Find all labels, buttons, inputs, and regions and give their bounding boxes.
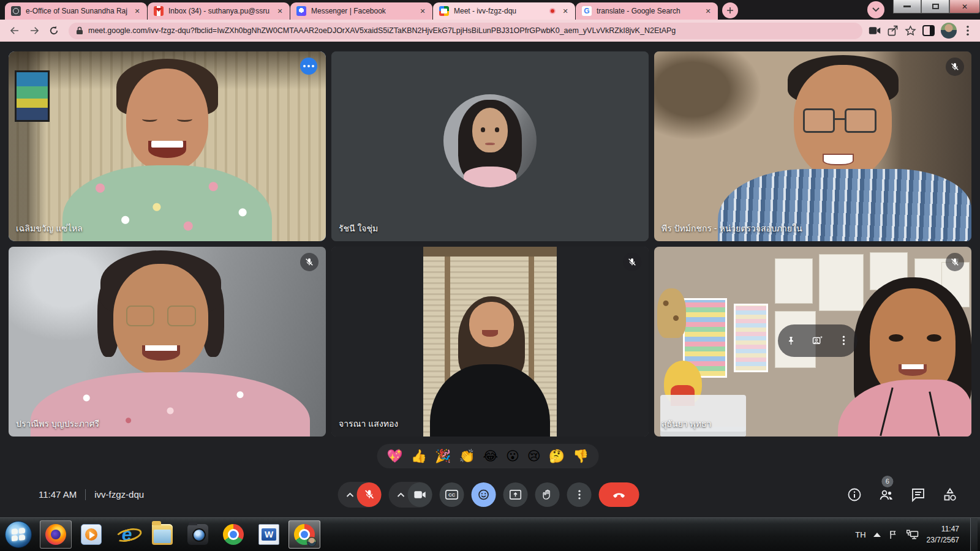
tab-title: translate - Google Search bbox=[597, 7, 698, 15]
taskbar-item-firefox[interactable] bbox=[40, 520, 72, 549]
start-button[interactable] bbox=[5, 521, 32, 548]
reaction-surprised[interactable]: 😮 bbox=[506, 450, 519, 463]
captions-button[interactable]: CC bbox=[440, 482, 464, 507]
tile-options-button[interactable] bbox=[300, 58, 317, 75]
camera-options-chevron[interactable] bbox=[394, 482, 408, 508]
tab-close-icon[interactable]: ✕ bbox=[560, 6, 570, 16]
language-indicator[interactable]: TH bbox=[855, 530, 865, 539]
taskbar-item-media-player[interactable] bbox=[75, 520, 107, 549]
google-favicon-icon bbox=[582, 6, 592, 16]
tab-close-icon[interactable]: ✕ bbox=[703, 6, 713, 16]
participant-tile-2[interactable]: รัชนี ใจชุ่ม bbox=[331, 51, 649, 241]
gmail-favicon-icon bbox=[154, 6, 164, 16]
smiley-icon bbox=[478, 489, 490, 501]
camera-button[interactable] bbox=[408, 482, 432, 507]
folder-icon bbox=[152, 524, 173, 545]
padlock-icon bbox=[76, 26, 83, 35]
tab-messenger[interactable]: Messenger | Facebook ✕ bbox=[290, 2, 432, 20]
activities-shapes-icon bbox=[943, 487, 957, 502]
forward-button[interactable] bbox=[26, 22, 43, 39]
reaction-laugh[interactable]: 😂 bbox=[483, 450, 498, 463]
reaction-heart[interactable]: 💖 bbox=[387, 450, 403, 463]
people-button[interactable]: 6 bbox=[878, 487, 894, 503]
tab-close-icon[interactable]: ✕ bbox=[418, 6, 428, 16]
chat-icon bbox=[911, 487, 925, 502]
taskbar-item-word[interactable] bbox=[253, 520, 285, 549]
tile-more-options-button[interactable] bbox=[836, 332, 852, 348]
pin-tile-button[interactable] bbox=[783, 332, 799, 348]
reaction-clap[interactable]: 👏 bbox=[459, 450, 475, 463]
reaction-cry[interactable]: 😢 bbox=[527, 450, 541, 463]
window-maximize-button[interactable] bbox=[921, 0, 949, 13]
window-close-button[interactable]: ✕ bbox=[949, 0, 980, 13]
panel-buttons: 6 bbox=[846, 487, 958, 503]
apply-effects-button[interactable] bbox=[810, 332, 826, 348]
screen: e-Office of Suan Sunandha Rajab ✕ Inbox … bbox=[0, 0, 980, 551]
participant-name-5: จารณา แสงทอง bbox=[339, 417, 398, 430]
tab-google-search[interactable]: translate - Google Search ✕ bbox=[576, 2, 718, 20]
participant-tile-4[interactable]: ปราณีพร บุญประภาศรี bbox=[9, 247, 326, 437]
mic-options-chevron[interactable] bbox=[344, 482, 357, 508]
profile-avatar[interactable] bbox=[941, 23, 957, 39]
chat-button[interactable] bbox=[910, 487, 926, 503]
pin-icon bbox=[786, 335, 796, 346]
camera-in-use-icon[interactable] bbox=[869, 26, 881, 36]
taskbar-item-file-explorer[interactable] bbox=[146, 520, 178, 549]
participant-video-5 bbox=[331, 247, 649, 437]
hidden-icons-chevron[interactable] bbox=[873, 533, 881, 537]
bookmark-star-icon[interactable] bbox=[905, 25, 916, 37]
reaction-thumbs-up[interactable]: 👍 bbox=[411, 450, 427, 463]
participant-tile-6[interactable]: สุธันยา พุทธา bbox=[654, 247, 971, 437]
taskbar-item-chrome-active[interactable] bbox=[288, 520, 320, 549]
activities-button[interactable] bbox=[942, 487, 958, 503]
participant-name-6: สุธันยา พุทธา bbox=[662, 417, 711, 430]
participant-tile-3[interactable]: พีร ปัทม์กชกร - หน่วยตรวจสอบภายใน bbox=[654, 51, 971, 241]
network-icon[interactable] bbox=[906, 529, 919, 540]
participant-tile-1[interactable]: เฉลิมขวัญ แซ่ไหล bbox=[9, 51, 326, 241]
close-icon: ✕ bbox=[962, 2, 968, 11]
tray-clock[interactable]: 11:47 23/7/2567 bbox=[927, 523, 959, 545]
windows-logo-icon bbox=[12, 528, 25, 541]
raise-hand-button[interactable] bbox=[535, 482, 560, 507]
participant-name-3: พีร ปัทม์กชกร - หน่วยตรวจสอบภายใน bbox=[662, 222, 802, 235]
participant-name-4: ปราณีพร บุญประภาศรี bbox=[16, 417, 99, 430]
reaction-thumbs-down[interactable]: 👎 bbox=[573, 450, 589, 463]
participant-count-badge: 6 bbox=[881, 476, 893, 487]
participant-video-2 bbox=[331, 51, 649, 241]
tab-meet-active[interactable]: Meet - ivv-fzgz-dqu ✕ bbox=[433, 2, 575, 20]
taskbar-item-chrome[interactable] bbox=[217, 520, 249, 549]
taskbar-item-internet-explorer[interactable]: e bbox=[111, 520, 143, 549]
tab-eoffice[interactable]: e-Office of Suan Sunandha Rajab ✕ bbox=[5, 2, 147, 20]
new-tab-button[interactable] bbox=[722, 2, 738, 18]
window-minimize-button[interactable] bbox=[893, 0, 921, 13]
participant-tile-5[interactable]: จารณา แสงทอง bbox=[331, 247, 649, 437]
tab-search-button[interactable] bbox=[867, 1, 884, 18]
media-recording-indicator-icon bbox=[549, 8, 556, 14]
reaction-thinking[interactable]: 🤔 bbox=[549, 450, 565, 463]
more-options-button[interactable] bbox=[567, 482, 592, 507]
share-page-icon[interactable] bbox=[887, 25, 899, 37]
back-button[interactable] bbox=[6, 22, 23, 39]
present-screen-button[interactable] bbox=[503, 482, 528, 507]
side-panel-icon[interactable] bbox=[922, 25, 935, 36]
show-desktop-button[interactable] bbox=[970, 518, 978, 551]
meeting-details-button[interactable] bbox=[846, 487, 862, 503]
effects-icon bbox=[812, 335, 823, 346]
media-player-icon bbox=[81, 524, 102, 545]
tray-date: 23/7/2567 bbox=[927, 534, 959, 545]
reaction-party[interactable]: 🎉 bbox=[435, 450, 451, 463]
chevron-up-icon bbox=[398, 492, 405, 497]
mic-mute-button[interactable] bbox=[357, 482, 382, 507]
browser-menu-icon[interactable] bbox=[963, 25, 973, 36]
cc-label: CC bbox=[448, 492, 455, 498]
taskbar-item-camera[interactable] bbox=[182, 520, 214, 549]
meeting-info: 11:47 AM ivv-fzgz-dqu bbox=[39, 489, 144, 500]
reload-button[interactable] bbox=[45, 22, 62, 39]
reactions-button[interactable] bbox=[472, 482, 496, 507]
end-call-button[interactable] bbox=[599, 482, 639, 507]
tab-close-icon[interactable]: ✕ bbox=[132, 6, 142, 16]
action-center-flag-icon[interactable] bbox=[888, 530, 899, 540]
address-bar[interactable]: meet.google.com/ivv-fzgz-dqu?fbclid=IwZX… bbox=[69, 23, 862, 39]
tab-gmail-inbox[interactable]: Inbox (34) - suthanya.pu@ssru.ac ✕ bbox=[148, 2, 290, 20]
tab-close-icon[interactable]: ✕ bbox=[275, 6, 285, 16]
